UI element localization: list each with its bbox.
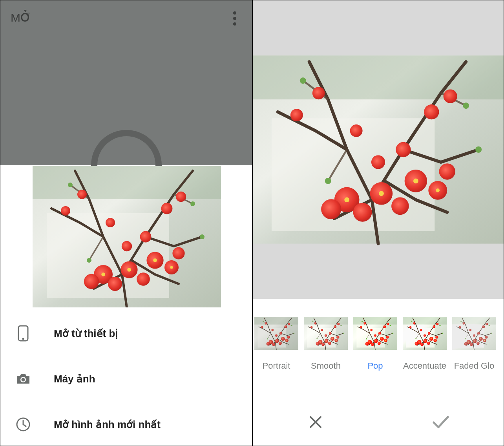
filter-strip[interactable]: Portrait Smooth Pop Accentuate Faded Glo (253, 311, 504, 371)
filter-thumb (403, 311, 447, 355)
filter-label: Faded Glo (452, 361, 496, 371)
menu-label: Mở hình ảnh mới nhất (54, 419, 161, 431)
menu-label: Máy ảnh (54, 373, 95, 385)
filter-thumb (452, 311, 496, 355)
kebab-dot-icon (233, 11, 236, 15)
check-icon (432, 415, 449, 429)
menu-open-latest[interactable]: Mở hình ảnh mới nhất (0, 402, 252, 446)
apply-button[interactable] (378, 398, 504, 446)
filter-editor-pane: Portrait Smooth Pop Accentuate Faded Glo (252, 0, 504, 446)
filter-thumb (254, 311, 298, 355)
filter-accentuate[interactable]: Accentuate (403, 311, 447, 371)
filter-thumb (304, 311, 348, 355)
camera-icon (15, 373, 31, 385)
recent-thumbnails-row[interactable] (2, 166, 252, 307)
filter-portrait[interactable]: Portrait (254, 311, 298, 371)
thumbnail-image[interactable] (2, 166, 252, 307)
open-sheet-backdrop: MỞ (0, 0, 252, 165)
open-title: MỞ (11, 11, 31, 24)
kebab-dot-icon (233, 22, 236, 26)
filter-thumb (353, 311, 397, 355)
filter-label: Pop (353, 361, 397, 371)
filter-label: Smooth (304, 361, 348, 371)
filter-faded-glow[interactable]: Faded Glo (452, 311, 496, 371)
menu-open-camera[interactable]: Máy ảnh (0, 356, 252, 402)
cancel-button[interactable] (253, 398, 378, 446)
filter-pop[interactable]: Pop (353, 311, 397, 371)
close-icon (308, 415, 323, 430)
more-options-button[interactable] (230, 11, 239, 26)
filter-label: Portrait (254, 361, 298, 371)
recent-icon (15, 417, 31, 432)
svg-point-37 (22, 338, 24, 340)
device-icon (15, 325, 31, 342)
open-sheet-pane: MỞ Mở từ thiết bị Máy (0, 0, 252, 446)
svg-point-39 (22, 378, 25, 382)
open-menu: Mở từ thiết bị Máy ảnh Mở hình ảnh mới n… (0, 311, 252, 446)
preview-area (253, 0, 504, 299)
action-bar (253, 398, 504, 446)
menu-open-from-device[interactable]: Mở từ thiết bị (0, 311, 252, 356)
kebab-dot-icon (233, 17, 236, 20)
preview-image[interactable] (253, 0, 504, 299)
menu-label: Mở từ thiết bị (54, 327, 118, 340)
filter-label: Accentuate (403, 361, 447, 371)
filter-smooth[interactable]: Smooth (304, 311, 348, 371)
